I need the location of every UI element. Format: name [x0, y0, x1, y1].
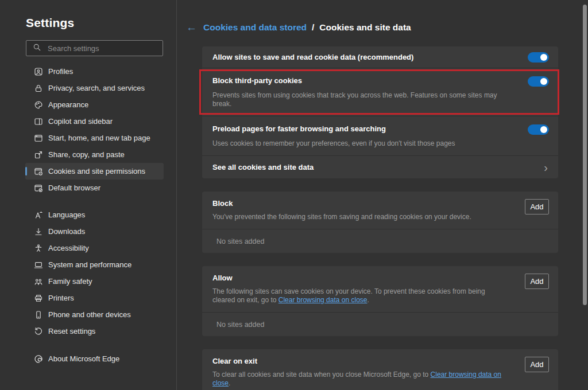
breadcrumb-parent-link[interactable]: Cookies and data stored: [203, 22, 307, 33]
clear-on-exit-card: Clear on exit To clear all cookies and s…: [202, 349, 558, 390]
chevron-right-icon: ›: [544, 162, 549, 173]
sidebar-layout-icon: [34, 117, 43, 126]
sidebar-item-label: Phone and other devices: [48, 310, 131, 319]
breadcrumb-current: Cookies and site data: [319, 22, 411, 33]
profile-icon: [34, 67, 43, 76]
sidebar-item-label: Default browser: [48, 184, 100, 192]
sidebar-item-printers[interactable]: Printers: [25, 290, 164, 306]
default-browser-icon: [34, 184, 43, 193]
allow-card-description: The following sites can save cookies on …: [212, 287, 549, 305]
allow-cookies-toggle[interactable]: [528, 52, 549, 63]
sidebar-item-reset-settings[interactable]: Reset settings: [25, 323, 164, 340]
family-icon: [34, 277, 43, 286]
sidebar-item-label: Privacy, search, and services: [48, 84, 145, 92]
see-all-cookies-row[interactable]: See all cookies and site data ›: [202, 156, 558, 178]
allow-add-button[interactable]: Add: [525, 274, 549, 289]
lock-icon: [34, 84, 43, 93]
preload-pages-toggle[interactable]: [528, 124, 549, 135]
sidebar-item-cookies-site-permissions[interactable]: Cookies and site permissions: [25, 163, 164, 180]
block-sites-card: Block You've prevented the following sit…: [202, 192, 558, 253]
languages-icon: [34, 210, 43, 220]
sidebar-item-phone-devices[interactable]: Phone and other devices: [25, 306, 164, 323]
sidebar-item-label: System and performance: [48, 260, 131, 269]
sidebar-item-copilot-sidebar[interactable]: Copilot and sidebar: [25, 113, 164, 130]
block-card-header: Block You've prevented the following sit…: [202, 192, 558, 229]
block-third-party-label: Block third-party cookies: [212, 76, 549, 85]
sidebar-item-label: Copilot and sidebar: [48, 117, 113, 126]
back-arrow-icon[interactable]: ←: [186, 22, 198, 33]
allow-sites-card: Allow The following sites can save cooki…: [202, 266, 558, 336]
allow-empty-state: No sites added: [202, 313, 558, 336]
sidebar-item-family-safety[interactable]: Family safety: [25, 273, 164, 290]
download-icon: [34, 227, 43, 236]
search-settings-box[interactable]: [26, 40, 163, 56]
preload-pages-description: Uses cookies to remember your preference…: [212, 139, 549, 148]
page-title: Settings: [26, 16, 74, 30]
sidebar-item-profiles[interactable]: Profiles: [25, 63, 164, 80]
sidebar-item-label: Profiles: [48, 67, 73, 76]
clear-desc-text: To clear all cookies and site data when …: [212, 370, 431, 379]
preload-pages-row: Preload pages for faster browsing and se…: [202, 116, 558, 156]
edge-logo-icon: [34, 354, 43, 364]
sidebar-item-label: Family safety: [48, 277, 92, 286]
settings-main-panel: ← Cookies and data stored / Cookies and …: [177, 0, 588, 390]
settings-sidebar: Settings Profiles Privacy, search, and s…: [0, 0, 177, 390]
share-icon: [34, 150, 43, 159]
clear-browsing-data-link[interactable]: Clear browsing data on close: [278, 296, 368, 304]
search-input[interactable]: [47, 44, 152, 53]
sidebar-item-label: About Microsoft Edge: [48, 354, 119, 363]
sidebar-item-label: Reset settings: [48, 327, 95, 336]
sidebar-item-label: Cookies and site permissions: [48, 167, 145, 176]
sidebar-nav: Profiles Privacy, search, and services A…: [0, 63, 176, 367]
clear-card-header: Clear on exit To clear all cookies and s…: [202, 349, 558, 390]
block-card-description: You've prevented the following sites fro…: [212, 213, 549, 221]
sidebar-item-share-copy-paste[interactable]: Share, copy, and paste: [25, 146, 164, 163]
content-column: Allow sites to save and read cookie data…: [202, 46, 558, 390]
clear-card-title: Clear on exit: [212, 357, 549, 366]
allow-card-header: Allow The following sites can save cooki…: [202, 266, 558, 313]
sidebar-item-privacy[interactable]: Privacy, search, and services: [25, 80, 164, 96]
clear-desc-period: .: [229, 379, 230, 387]
sidebar-item-label: Appearance: [48, 100, 88, 109]
block-third-party-description: Prevents sites from using cookies that t…: [212, 91, 549, 108]
sidebar-item-accessibility[interactable]: Accessibility: [25, 240, 164, 256]
allow-cookies-label: Allow sites to save and read cookie data…: [212, 53, 413, 62]
block-add-button[interactable]: Add: [525, 199, 549, 214]
breadcrumb-separator: /: [312, 22, 314, 33]
block-card-title: Block: [212, 199, 549, 208]
phone-icon: [34, 310, 43, 319]
sidebar-item-system-performance[interactable]: System and performance: [25, 256, 164, 273]
block-third-party-toggle[interactable]: [528, 76, 549, 87]
search-icon: [33, 43, 41, 54]
sidebar-item-label: Downloads: [48, 227, 85, 236]
sidebar-item-start-home[interactable]: Start, home, and new tab page: [25, 130, 164, 146]
new-tab-page-icon: [34, 134, 43, 143]
cookie-settings-card: Allow sites to save and read cookie data…: [202, 46, 558, 178]
printer-icon: [34, 294, 43, 303]
site-permissions-icon: [34, 167, 43, 176]
sidebar-item-label: Start, home, and new tab page: [48, 134, 150, 142]
vertical-scrollbar[interactable]: [583, 5, 587, 305]
sidebar-item-default-browser[interactable]: Default browser: [25, 180, 164, 196]
sidebar-item-downloads[interactable]: Downloads: [25, 223, 164, 240]
sidebar-item-languages[interactable]: Languages: [25, 206, 164, 223]
reset-icon: [34, 327, 43, 336]
block-third-party-row: Block third-party cookies Prevents sites…: [202, 68, 558, 116]
allow-cookies-row: Allow sites to save and read cookie data…: [202, 46, 558, 68]
sidebar-item-appearance[interactable]: Appearance: [25, 96, 164, 113]
clear-card-description: To clear all cookies and site data when …: [212, 370, 549, 388]
sidebar-item-about-edge[interactable]: About Microsoft Edge: [25, 350, 164, 367]
clear-add-button[interactable]: Add: [525, 357, 549, 372]
laptop-icon: [34, 260, 43, 270]
sidebar-item-label: Printers: [48, 294, 74, 302]
sidebar-item-label: Share, copy, and paste: [48, 150, 125, 159]
allow-card-title: Allow: [212, 274, 549, 283]
breadcrumb: ← Cookies and data stored / Cookies and …: [186, 22, 411, 33]
block-empty-state: No sites added: [202, 229, 558, 253]
see-all-cookies-label: See all cookies and site data: [212, 163, 314, 172]
preload-pages-label: Preload pages for faster browsing and se…: [212, 124, 549, 134]
sidebar-item-label: Accessibility: [48, 244, 89, 252]
allow-desc-period: .: [368, 296, 369, 304]
accessibility-icon: [34, 244, 43, 253]
sidebar-item-label: Languages: [48, 210, 85, 219]
